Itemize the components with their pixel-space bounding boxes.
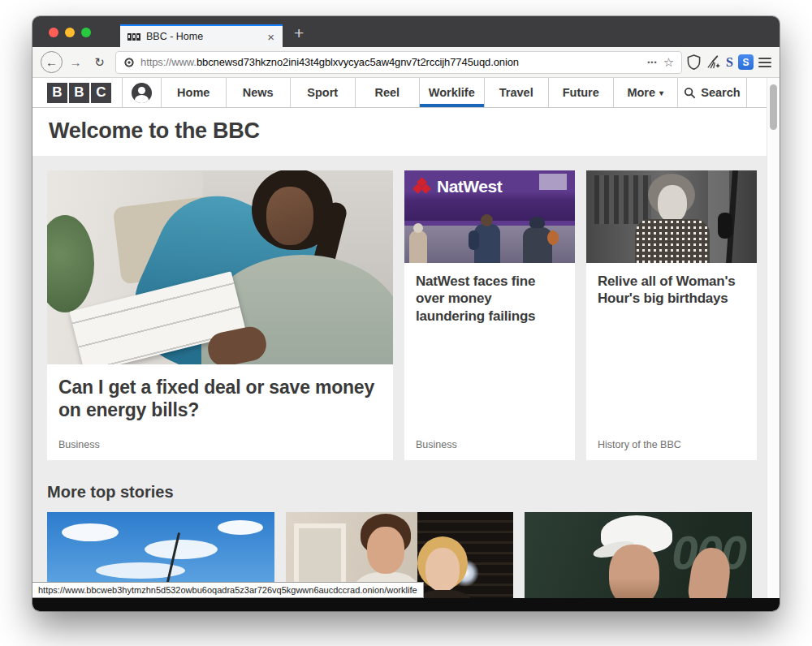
browser-window: BBC - Home × + ← → ↻ https://www.bbcnews…	[32, 16, 780, 611]
bbc-logo-letter: B	[47, 83, 67, 103]
story-headline: NatWest faces fine over money laundering…	[404, 263, 575, 325]
welcome-section: Welcome to the BBC	[32, 108, 780, 156]
nav-item-more[interactable]: More ▾	[614, 78, 679, 107]
tab-close-icon[interactable]: ×	[266, 31, 275, 43]
top-stories-row: Can I get a fixed deal or save money on …	[47, 170, 780, 460]
reload-button[interactable]: ↻	[89, 51, 110, 73]
forward-button[interactable]: →	[67, 51, 84, 73]
stories-section: Can I get a fixed deal or save money on …	[32, 156, 780, 611]
bookmark-star-icon[interactable]: ☆	[663, 56, 674, 68]
page-content: B B C Home News Sport Reel Worklife Trav…	[32, 78, 780, 611]
search-label: Search	[701, 86, 740, 99]
onion-site-icon[interactable]	[123, 57, 135, 68]
bbc-logo[interactable]: B B C	[32, 78, 123, 107]
story-category: Business	[416, 439, 457, 450]
tab-title: BBC - Home	[146, 31, 266, 42]
nav-item-home[interactable]: Home	[162, 78, 227, 107]
story-image-natwest: NatWest	[404, 170, 575, 263]
nav-item-worklife[interactable]: Worklife	[420, 78, 485, 107]
search-icon	[684, 87, 696, 99]
story-image-womans-hour	[586, 170, 757, 263]
account-button[interactable]	[123, 78, 162, 107]
page-actions-icon[interactable]: •••	[647, 58, 657, 67]
extension-s-icon[interactable]: S	[738, 54, 754, 70]
natwest-sign-text: NatWest	[437, 177, 502, 196]
story-headline: Can I get a fixed deal or save money on …	[47, 364, 393, 421]
bbc-navbar: B B C Home News Sport Reel Worklife Trav…	[32, 78, 767, 108]
bbc-logo-letter: C	[91, 83, 111, 103]
minimize-window-button[interactable]	[65, 28, 75, 37]
bbc-logo-letter: B	[69, 83, 89, 103]
story-category: History of the BBC	[598, 439, 681, 450]
new-identity-broom-icon[interactable]	[706, 54, 721, 70]
close-window-button[interactable]	[49, 28, 58, 37]
window-controls	[49, 28, 91, 37]
url-bar[interactable]: https://www.bbcnewsd73hkzno2ini43t4gblxv…	[115, 51, 682, 74]
story-image-tennis[interactable]: 000	[525, 512, 752, 611]
account-icon	[132, 83, 152, 103]
page-title: Welcome to the BBC	[49, 118, 780, 144]
scrollbar-thumb[interactable]	[770, 84, 777, 130]
url-scheme: https://www.	[140, 56, 197, 68]
search-button[interactable]: Search	[678, 78, 747, 107]
nav-item-travel[interactable]: Travel	[485, 78, 550, 107]
menu-icon[interactable]	[758, 58, 771, 67]
scrollbar-track[interactable]	[767, 78, 780, 598]
url-domain: bbcnewsd73hkzno2ini43t4gblxvycyac5aw4gnv…	[197, 56, 519, 68]
nav-item-future[interactable]: Future	[549, 78, 614, 107]
back-button[interactable]: ←	[41, 51, 63, 73]
noscript-icon[interactable]: S	[726, 55, 733, 70]
tor-shield-icon[interactable]	[687, 54, 701, 70]
story-category: Business	[58, 439, 100, 450]
url-text[interactable]: https://www.bbcnewsd73hkzno2ini43t4gblxv…	[140, 56, 641, 68]
new-tab-button[interactable]: +	[294, 24, 304, 43]
natwest-logo-icon	[414, 179, 430, 195]
story-card-energy[interactable]: Can I get a fixed deal or save money on …	[47, 170, 393, 460]
story-card-natwest[interactable]: NatWest NatWest faces fine over money la…	[404, 170, 575, 460]
titlebar: BBC - Home × +	[32, 16, 780, 47]
more-label: More	[627, 86, 655, 99]
story-card-womans-hour[interactable]: Relive all of Woman's Hour's big birthda…	[586, 170, 757, 460]
navigation-toolbar: ← → ↻ https://www.bbcnewsd73hkzno2ini43t…	[32, 47, 780, 78]
section-heading-more-top-stories: More top stories	[47, 483, 780, 502]
nav-item-news[interactable]: News	[227, 78, 292, 107]
nav-item-sport[interactable]: Sport	[291, 78, 356, 107]
zoom-window-button[interactable]	[81, 28, 91, 37]
story-headline: Relive all of Woman's Hour's big birthda…	[586, 263, 757, 308]
story-image-energy-bill	[47, 170, 393, 364]
link-preview-statusbar: https://www.bbcweb3hytmzhn5d532owbu6oqad…	[32, 582, 424, 598]
nav-item-reel[interactable]: Reel	[356, 78, 421, 107]
window-bottom-edge	[32, 598, 780, 611]
bbc-favicon-icon	[127, 33, 140, 41]
browser-tab[interactable]: BBC - Home ×	[120, 24, 283, 47]
chevron-down-icon: ▾	[659, 88, 663, 97]
